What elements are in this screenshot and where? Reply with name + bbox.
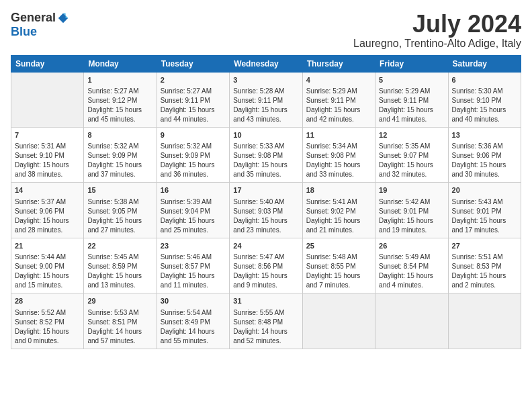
- day-info: Sunrise: 5:51 AM Sunset: 8:53 PM Dayligh…: [452, 253, 517, 290]
- calendar-cell: 13Sunrise: 5:36 AM Sunset: 9:06 PM Dayli…: [448, 127, 521, 182]
- day-header-sunday: Sunday: [11, 55, 84, 72]
- day-number: 31: [233, 296, 298, 306]
- day-header-thursday: Thursday: [302, 55, 375, 72]
- day-number: 18: [306, 185, 371, 195]
- day-info: Sunrise: 5:30 AM Sunset: 9:10 PM Dayligh…: [452, 87, 517, 124]
- day-info: Sunrise: 5:49 AM Sunset: 8:54 PM Dayligh…: [379, 253, 444, 290]
- calendar-cell: 4Sunrise: 5:29 AM Sunset: 9:11 PM Daylig…: [302, 72, 375, 127]
- day-info: Sunrise: 5:44 AM Sunset: 9:00 PM Dayligh…: [15, 253, 80, 290]
- calendar-cell: 8Sunrise: 5:32 AM Sunset: 9:09 PM Daylig…: [84, 127, 157, 182]
- calendar-cell: 19Sunrise: 5:42 AM Sunset: 9:01 PM Dayli…: [375, 183, 448, 238]
- day-number: 16: [161, 185, 226, 195]
- day-info: Sunrise: 5:31 AM Sunset: 9:10 PM Dayligh…: [15, 142, 80, 179]
- day-number: 23: [161, 241, 226, 251]
- logo-icon: [57, 12, 69, 24]
- calendar-cell: 21Sunrise: 5:44 AM Sunset: 9:00 PM Dayli…: [11, 238, 84, 293]
- calendar-table: SundayMondayTuesdayWednesdayThursdayFrid…: [11, 55, 521, 349]
- day-info: Sunrise: 5:42 AM Sunset: 9:01 PM Dayligh…: [379, 197, 444, 235]
- day-number: 28: [15, 296, 80, 306]
- day-info: Sunrise: 5:36 AM Sunset: 9:06 PM Dayligh…: [452, 142, 517, 179]
- calendar-cell: 15Sunrise: 5:38 AM Sunset: 9:05 PM Dayli…: [84, 183, 157, 238]
- day-number: 19: [379, 185, 444, 195]
- calendar-cell: 16Sunrise: 5:39 AM Sunset: 9:04 PM Dayli…: [157, 183, 229, 238]
- day-info: Sunrise: 5:35 AM Sunset: 9:07 PM Dayligh…: [379, 142, 444, 179]
- day-info: Sunrise: 5:39 AM Sunset: 9:04 PM Dayligh…: [161, 197, 226, 235]
- day-number: 15: [87, 185, 152, 195]
- day-number: 9: [161, 130, 226, 140]
- day-number: 13: [452, 130, 517, 140]
- day-info: Sunrise: 5:53 AM Sunset: 8:51 PM Dayligh…: [87, 308, 152, 346]
- day-number: 20: [452, 185, 517, 195]
- day-info: Sunrise: 5:27 AM Sunset: 9:12 PM Dayligh…: [87, 87, 152, 124]
- day-number: 26: [379, 241, 444, 251]
- calendar-cell: [11, 72, 84, 127]
- calendar-cell: 2Sunrise: 5:27 AM Sunset: 9:11 PM Daylig…: [157, 72, 229, 127]
- day-number: 2: [161, 75, 226, 85]
- day-number: 4: [306, 75, 371, 85]
- calendar-cell: 5Sunrise: 5:29 AM Sunset: 9:11 PM Daylig…: [375, 72, 448, 127]
- calendar-cell: 12Sunrise: 5:35 AM Sunset: 9:07 PM Dayli…: [375, 127, 448, 182]
- calendar-cell: 26Sunrise: 5:49 AM Sunset: 8:54 PM Dayli…: [375, 238, 448, 293]
- day-info: Sunrise: 5:33 AM Sunset: 9:08 PM Dayligh…: [233, 142, 298, 179]
- day-info: Sunrise: 5:46 AM Sunset: 8:57 PM Dayligh…: [161, 253, 226, 290]
- day-info: Sunrise: 5:27 AM Sunset: 9:11 PM Dayligh…: [161, 87, 226, 124]
- week-row-3: 14Sunrise: 5:37 AM Sunset: 9:06 PM Dayli…: [11, 183, 521, 238]
- title-area: July 2024 Lauregno, Trentino-Alto Adige,…: [353, 11, 521, 50]
- calendar-cell: 11Sunrise: 5:34 AM Sunset: 9:08 PM Dayli…: [302, 127, 375, 182]
- day-number: 21: [15, 241, 80, 251]
- day-info: Sunrise: 5:32 AM Sunset: 9:09 PM Dayligh…: [161, 142, 226, 179]
- day-info: Sunrise: 5:29 AM Sunset: 9:11 PM Dayligh…: [306, 87, 371, 124]
- calendar-cell: 3Sunrise: 5:28 AM Sunset: 9:11 PM Daylig…: [230, 72, 302, 127]
- days-header-row: SundayMondayTuesdayWednesdayThursdayFrid…: [11, 55, 521, 72]
- day-number: 6: [452, 75, 517, 85]
- week-row-2: 7Sunrise: 5:31 AM Sunset: 9:10 PM Daylig…: [11, 127, 521, 182]
- week-row-4: 21Sunrise: 5:44 AM Sunset: 9:00 PM Dayli…: [11, 238, 521, 293]
- day-number: 7: [15, 130, 80, 140]
- calendar-cell: 30Sunrise: 5:54 AM Sunset: 8:49 PM Dayli…: [157, 293, 229, 349]
- calendar-cell: 10Sunrise: 5:33 AM Sunset: 9:08 PM Dayli…: [230, 127, 302, 182]
- week-row-5: 28Sunrise: 5:52 AM Sunset: 8:52 PM Dayli…: [11, 293, 521, 349]
- day-info: Sunrise: 5:38 AM Sunset: 9:05 PM Dayligh…: [87, 197, 152, 235]
- day-info: Sunrise: 5:54 AM Sunset: 8:49 PM Dayligh…: [161, 308, 226, 346]
- calendar-cell: 14Sunrise: 5:37 AM Sunset: 9:06 PM Dayli…: [11, 183, 84, 238]
- day-info: Sunrise: 5:40 AM Sunset: 9:03 PM Dayligh…: [233, 197, 298, 235]
- day-number: 5: [379, 75, 444, 85]
- calendar-cell: 22Sunrise: 5:45 AM Sunset: 8:59 PM Dayli…: [84, 238, 157, 293]
- day-info: Sunrise: 5:28 AM Sunset: 9:11 PM Dayligh…: [233, 87, 298, 124]
- day-number: 25: [306, 241, 371, 251]
- day-info: Sunrise: 5:43 AM Sunset: 9:01 PM Dayligh…: [452, 197, 517, 235]
- calendar-cell: 7Sunrise: 5:31 AM Sunset: 9:10 PM Daylig…: [11, 127, 84, 182]
- day-number: 12: [379, 130, 444, 140]
- calendar-cell: 28Sunrise: 5:52 AM Sunset: 8:52 PM Dayli…: [11, 293, 84, 349]
- calendar-cell: 24Sunrise: 5:47 AM Sunset: 8:56 PM Dayli…: [230, 238, 302, 293]
- calendar-cell: [448, 293, 521, 349]
- day-number: 11: [306, 130, 371, 140]
- day-header-saturday: Saturday: [448, 55, 521, 72]
- day-info: Sunrise: 5:48 AM Sunset: 8:55 PM Dayligh…: [306, 253, 371, 290]
- day-info: Sunrise: 5:29 AM Sunset: 9:11 PM Dayligh…: [379, 87, 444, 124]
- day-number: 29: [87, 296, 152, 306]
- day-info: Sunrise: 5:55 AM Sunset: 8:48 PM Dayligh…: [233, 308, 298, 346]
- calendar-cell: 29Sunrise: 5:53 AM Sunset: 8:51 PM Dayli…: [84, 293, 157, 349]
- logo-general: General: [11, 11, 56, 25]
- day-number: 17: [233, 185, 298, 195]
- day-number: 8: [87, 130, 152, 140]
- logo: General Blue: [11, 11, 69, 39]
- calendar-cell: 25Sunrise: 5:48 AM Sunset: 8:55 PM Dayli…: [302, 238, 375, 293]
- day-number: 1: [87, 75, 152, 85]
- calendar-cell: 18Sunrise: 5:41 AM Sunset: 9:02 PM Dayli…: [302, 183, 375, 238]
- page-header: General Blue July 2024 Lauregno, Trentin…: [11, 11, 521, 50]
- calendar-cell: [302, 293, 375, 349]
- calendar-cell: 23Sunrise: 5:46 AM Sunset: 8:57 PM Dayli…: [157, 238, 229, 293]
- day-header-monday: Monday: [84, 55, 157, 72]
- day-number: 24: [233, 241, 298, 251]
- day-info: Sunrise: 5:32 AM Sunset: 9:09 PM Dayligh…: [87, 142, 152, 179]
- calendar-cell: 31Sunrise: 5:55 AM Sunset: 8:48 PM Dayli…: [230, 293, 302, 349]
- location-title: Lauregno, Trentino-Alto Adige, Italy: [353, 38, 521, 50]
- week-row-1: 1Sunrise: 5:27 AM Sunset: 9:12 PM Daylig…: [11, 72, 521, 127]
- day-info: Sunrise: 5:37 AM Sunset: 9:06 PM Dayligh…: [15, 197, 80, 235]
- calendar-cell: [375, 293, 448, 349]
- day-number: 27: [452, 241, 517, 251]
- day-info: Sunrise: 5:47 AM Sunset: 8:56 PM Dayligh…: [233, 253, 298, 290]
- day-header-tuesday: Tuesday: [157, 55, 229, 72]
